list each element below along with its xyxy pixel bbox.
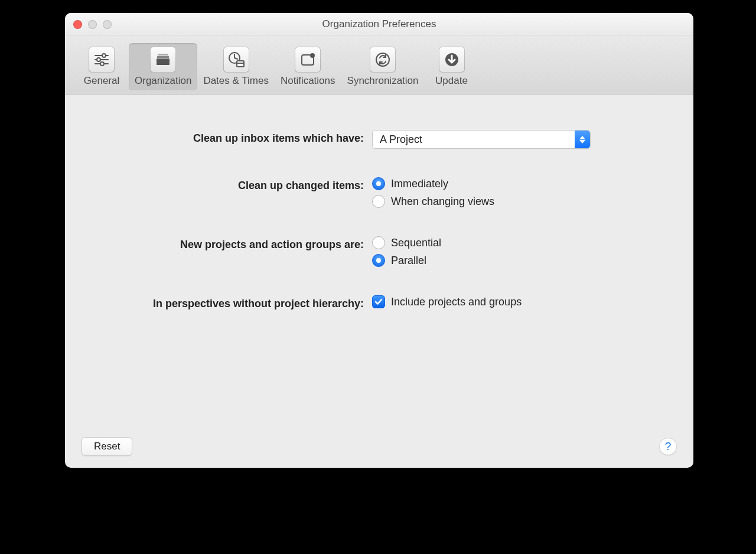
radio-sequential-label: Sequential [391, 237, 441, 249]
tab-synchronization-label: Synchronization [347, 75, 419, 87]
radio-parallel[interactable] [372, 254, 385, 267]
checkbox-include-projects-label: Include projects and groups [391, 296, 522, 308]
notification-icon [295, 47, 321, 73]
titlebar: Organization Preferences [65, 13, 693, 35]
new-projects-label: New projects and action groups are: [89, 236, 372, 251]
svg-marker-20 [579, 140, 585, 144]
cleanup-inbox-popup[interactable]: A Project [372, 130, 591, 149]
svg-marker-19 [579, 136, 585, 139]
preferences-window: Organization Preferences General [65, 13, 693, 468]
chevron-updown-icon [575, 131, 590, 148]
cleanup-inbox-value: A Project [380, 133, 422, 146]
checkbox-include-projects[interactable] [372, 295, 385, 308]
help-icon: ? [665, 440, 672, 453]
tab-notifications-label: Notifications [281, 75, 335, 87]
tab-notifications[interactable]: Notifications [275, 43, 341, 90]
svg-rect-8 [158, 54, 168, 56]
tab-update[interactable]: Update [425, 43, 479, 90]
preferences-content: Clean up inbox items which have: A Proje… [65, 94, 693, 468]
sliders-icon [89, 47, 115, 73]
tab-organization-label: Organization [135, 75, 191, 87]
cleanup-inbox-label: Clean up inbox items which have: [89, 130, 372, 145]
sync-icon [370, 47, 396, 73]
svg-point-3 [102, 54, 106, 57]
svg-rect-7 [157, 56, 169, 58]
radio-parallel-label: Parallel [391, 255, 426, 267]
svg-rect-6 [157, 58, 170, 65]
help-button[interactable]: ? [659, 438, 677, 455]
tab-update-label: Update [435, 75, 468, 87]
svg-point-5 [100, 62, 104, 66]
tab-general[interactable]: General [74, 43, 129, 90]
footer: Reset ? [82, 437, 677, 456]
tab-general-label: General [84, 75, 119, 87]
svg-point-15 [310, 53, 315, 58]
minimize-button[interactable] [88, 20, 97, 29]
svg-line-11 [234, 58, 237, 59]
radio-when-changing-label: When changing views [391, 195, 494, 208]
radio-immediately[interactable] [372, 177, 385, 190]
tab-dates-times[interactable]: Dates & Times [197, 43, 275, 90]
tab-organization[interactable]: Organization [129, 43, 197, 90]
radio-immediately-label: Immediately [391, 178, 448, 190]
close-button[interactable] [73, 20, 82, 29]
window-title: Organization Preferences [322, 18, 436, 30]
perspectives-label: In perspectives without project hierarch… [89, 295, 372, 310]
radio-when-changing[interactable] [372, 195, 385, 208]
tab-dates-times-label: Dates & Times [203, 75, 269, 87]
cleanup-changed-label: Clean up changed items: [89, 177, 372, 192]
inbox-icon [150, 47, 176, 73]
svg-point-4 [97, 58, 100, 61]
download-icon [439, 47, 465, 73]
tab-synchronization[interactable]: Synchronization [341, 43, 425, 90]
radio-sequential[interactable] [372, 236, 385, 249]
reset-button[interactable]: Reset [82, 437, 132, 456]
zoom-button[interactable] [103, 20, 112, 29]
traffic-lights [73, 20, 112, 29]
clock-calendar-icon [223, 47, 249, 73]
preferences-toolbar: General Organization [65, 35, 693, 94]
